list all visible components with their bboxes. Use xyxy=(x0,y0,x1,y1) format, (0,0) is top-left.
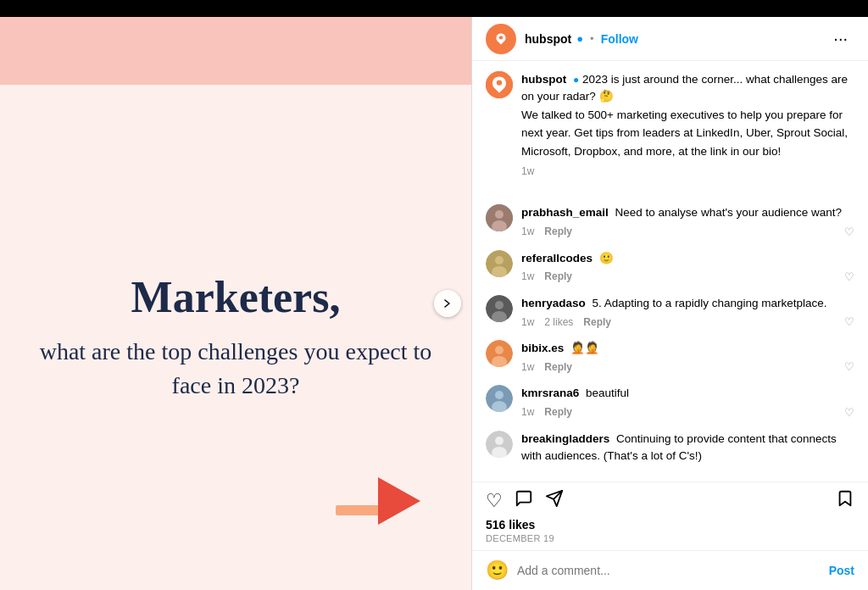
comment-time: 1w xyxy=(521,270,534,282)
dot-separator: • xyxy=(590,32,594,45)
comment-time: 1w xyxy=(521,361,534,373)
comment-like-icon[interactable]: ♡ xyxy=(844,315,854,328)
comment-avatar[interactable] xyxy=(486,431,513,458)
svg-point-14 xyxy=(495,346,504,354)
comment-content: 🤦🤦 xyxy=(570,342,599,354)
verified-badge: ● xyxy=(576,32,583,45)
slide-next-button[interactable] xyxy=(434,290,461,317)
comment-body: breakingladders Continuing to provide co… xyxy=(521,431,854,465)
comment-username[interactable]: prabhash_email xyxy=(521,206,609,219)
header-info: hubspot ● • Follow xyxy=(525,32,826,46)
comment-row: kmrsrana6 beautiful 1w Reply ♡ xyxy=(486,385,854,418)
comment-body: bibix.es 🤦🤦 1w Reply ♡ xyxy=(521,340,854,373)
comment-like-icon[interactable]: ♡ xyxy=(844,270,854,283)
comment-meta: 1w Reply ♡ xyxy=(521,270,854,283)
svg-point-1 xyxy=(499,36,503,39)
comment-time: 1w xyxy=(521,406,534,418)
comment-body: prabhash_email Need to analyse what's yo… xyxy=(521,204,854,237)
comment-meta: 1w Reply ♡ xyxy=(521,225,854,238)
caption-extra-text: We talked to 500+ marketing executives t… xyxy=(521,106,854,161)
comment-row: henryadaso 5. Adapting to a rapidly chan… xyxy=(486,295,854,328)
more-options-button[interactable]: ··· xyxy=(826,25,854,52)
comment-meta: 1w 2 likes Reply ♡ xyxy=(521,315,854,328)
reply-button[interactable]: Reply xyxy=(544,225,572,237)
caption-avatar[interactable] xyxy=(486,71,513,98)
comment-row: bibix.es 🤦🤦 1w Reply ♡ xyxy=(486,340,854,373)
emoji-button[interactable]: 🙂 xyxy=(486,559,509,582)
instagram-panel: hubspot ● • Follow ··· xyxy=(471,17,868,590)
comment-avatar[interactable] xyxy=(486,204,513,231)
comment-content: 🙂 xyxy=(599,252,614,264)
svg-point-3 xyxy=(497,80,502,85)
svg-point-8 xyxy=(495,256,504,264)
comment-like-icon[interactable]: ♡ xyxy=(844,406,854,419)
svg-point-5 xyxy=(495,210,504,219)
comment-time: 1w xyxy=(521,225,534,237)
share-button[interactable] xyxy=(545,489,564,513)
header-username[interactable]: hubspot xyxy=(525,32,571,46)
comment-like-icon[interactable]: ♡ xyxy=(844,225,854,238)
comment-avatar[interactable] xyxy=(486,340,513,367)
comment-input[interactable] xyxy=(517,564,821,577)
comment-avatar[interactable] xyxy=(486,385,513,412)
reply-button[interactable]: Reply xyxy=(583,316,611,328)
comment-username[interactable]: bibix.es xyxy=(521,342,564,354)
comment-content: 5. Adapting to a rapidly changing market… xyxy=(593,297,827,309)
caption-body: hubspot ● 2023 is just around the corner… xyxy=(521,71,854,191)
arrow-head xyxy=(378,477,420,525)
comment-row: prabhash_email Need to analyse what's yo… xyxy=(486,204,854,237)
svg-point-20 xyxy=(495,437,504,445)
comment-row: referallcodes 🙂 1w Reply ♡ xyxy=(486,250,854,283)
comment-username[interactable]: kmrsrana6 xyxy=(521,387,579,399)
comment-body: referallcodes 🙂 1w Reply ♡ xyxy=(521,250,854,283)
post-date: DECEMBER 19 xyxy=(486,533,854,543)
comment-username[interactable]: breakingladders xyxy=(521,432,609,445)
svg-point-17 xyxy=(495,391,504,399)
comment-avatar[interactable] xyxy=(486,295,513,322)
comment-content: beautiful xyxy=(586,387,629,399)
post-header: hubspot ● • Follow ··· xyxy=(472,17,868,61)
comment-text: referallcodes 🙂 xyxy=(521,250,854,267)
comments-area[interactable]: hubspot ● 2023 is just around the corner… xyxy=(472,61,868,481)
comment-meta: 1w Reply ♡ xyxy=(521,406,854,419)
comment-text: kmrsrana6 beautiful xyxy=(521,385,854,402)
caption-block: hubspot ● 2023 is just around the corner… xyxy=(486,71,854,191)
post-image-top-band xyxy=(0,17,471,85)
post-comment-button[interactable]: Post xyxy=(829,564,854,577)
like-button[interactable]: ♡ xyxy=(486,490,503,512)
comment-username[interactable]: henryadaso xyxy=(521,297,586,309)
comment-body: henryadaso 5. Adapting to a rapidly chan… xyxy=(521,295,854,328)
profile-avatar[interactable] xyxy=(486,24,516,54)
reply-button[interactable]: Reply xyxy=(544,361,572,373)
actions-bar: ♡ 516 likes xyxy=(472,481,868,550)
post-image-arrow xyxy=(336,480,420,522)
reply-button[interactable]: Reply xyxy=(544,406,572,418)
caption-username[interactable]: hubspot xyxy=(521,73,566,86)
action-icons: ♡ xyxy=(486,489,854,513)
comment-like-icon[interactable]: ♡ xyxy=(844,360,854,373)
likes-count: 516 likes xyxy=(486,518,854,532)
comment-time: 1w xyxy=(521,316,534,328)
comment-body: kmrsrana6 beautiful 1w Reply ♡ xyxy=(521,385,854,418)
add-comment-bar: 🙂 Post xyxy=(472,550,868,590)
comment-username[interactable]: referallcodes xyxy=(521,252,593,264)
caption-text-content: 2023 is just around the corner... what c… xyxy=(521,73,848,103)
caption-time: 1w xyxy=(521,165,854,177)
reply-button[interactable]: Reply xyxy=(544,270,572,282)
comment-text: bibix.es 🤦🤦 xyxy=(521,340,854,357)
comment-text: henryadaso 5. Adapting to a rapidly chan… xyxy=(521,295,854,312)
post-image-panel: Marketers, what are the top challenges y… xyxy=(0,17,471,590)
comment-meta: 1w Reply ♡ xyxy=(521,360,854,373)
post-image-subtitle: what are the top challenges you expect t… xyxy=(34,335,437,401)
caption-text-1: hubspot ● 2023 is just around the corner… xyxy=(521,71,854,106)
comment-text: prabhash_email Need to analyse what's yo… xyxy=(521,204,854,221)
bookmark-button[interactable] xyxy=(836,489,854,513)
post-image-title: Marketers, xyxy=(131,273,341,321)
caption-verified: ● xyxy=(573,74,579,86)
comment-avatar[interactable] xyxy=(486,250,513,277)
comment-text: breakingladders Continuing to provide co… xyxy=(521,431,854,465)
follow-button[interactable]: Follow xyxy=(601,32,638,46)
comment-content: Need to analyse what's your audience wan… xyxy=(615,206,843,219)
comment-likes: 2 likes xyxy=(544,316,573,328)
comment-button[interactable] xyxy=(515,489,533,513)
